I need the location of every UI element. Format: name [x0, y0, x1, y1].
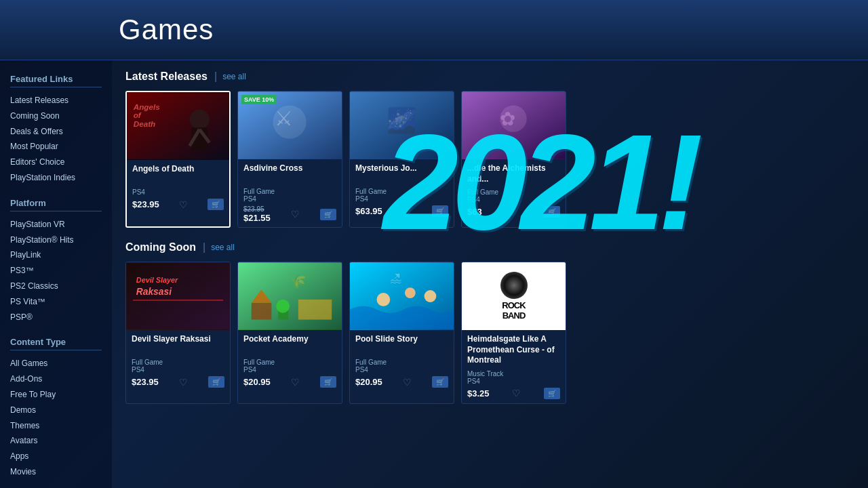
- section-divider-1: |: [214, 70, 217, 83]
- svg-point-28: [376, 293, 390, 306]
- sidebar-item-psvr[interactable]: PlayStation VR: [10, 217, 102, 232]
- svg-text:✿: ✿: [500, 108, 515, 129]
- section-divider-2: |: [203, 241, 205, 253]
- coming-soon-header: Coming Soon | see all: [125, 241, 854, 253]
- wishlist-icon-asdivine[interactable]: ♡: [291, 209, 300, 220]
- game-card-pocket-academy[interactable]: 🌾 Pocket Academy Full GamePS4 $20.95 ♡ 🛒: [237, 262, 342, 404]
- wishlist-icon-rock-band[interactable]: ♡: [512, 388, 521, 399]
- game-card-atelier[interactable]: ✿ ...die the Alchemists and... Full Game…: [461, 91, 566, 228]
- wishlist-icon-pocket-academy[interactable]: ♡: [291, 377, 300, 388]
- sidebar-item-editors-choice[interactable]: Editors' Choice: [10, 155, 102, 170]
- game-card-mysterious[interactable]: 🌌 Mysterious Jo... Full GamePS4 $63.95 ♡…: [349, 91, 454, 228]
- game-type-pocket-academy: Full GamePS4: [243, 359, 336, 373]
- game-price-angels: $23.95: [132, 199, 159, 209]
- game-image-asdivine: SAVE 10% ⚔: [238, 92, 342, 159]
- game-info-asdivine: Asdivine Cross Full Game PS4 $23.95 $21.…: [238, 159, 342, 227]
- sidebar-item-coming-soon[interactable]: Coming Soon: [10, 108, 102, 124]
- svg-text:of: of: [134, 110, 142, 119]
- cart-button-angels[interactable]: 🛒: [208, 199, 224, 210]
- svg-text:Angels: Angels: [133, 102, 160, 111]
- page-header: Games: [0, 0, 868, 60]
- game-image-mysterious: 🌌: [350, 92, 454, 159]
- cart-button-pocket-academy[interactable]: 🛒: [320, 376, 336, 388]
- game-title-devil-slayer: Devil Slayer Raksasi: [132, 334, 224, 354]
- price-row-pool-slide: $20.95 ♡ 🛒: [355, 376, 448, 388]
- game-title-rock-band: Heimdalsgate Like A Promethean Curse - o…: [467, 334, 560, 366]
- platform-section: Platform PlayStation VR PlayStation® Hit…: [10, 198, 102, 325]
- coming-soon-section: Coming Soon | see all: [125, 241, 854, 404]
- sidebar-item-ps3[interactable]: PS3™: [10, 263, 102, 279]
- wishlist-icon-angels[interactable]: ♡: [179, 199, 188, 210]
- price-group-asdivine: $23.95 $21.55: [243, 205, 271, 223]
- sidebar-item-ps-indies[interactable]: PlayStation Indies: [10, 170, 102, 186]
- price-row-mysterious: $63.95 ♡ 🛒: [355, 205, 448, 217]
- game-image-rock-band: ROCKBAND: [462, 262, 566, 330]
- svg-text:Devil Slayer: Devil Slayer: [136, 276, 178, 284]
- rock-band-logo: ROCKBAND: [500, 301, 528, 321]
- sidebar-item-all-games[interactable]: All Games: [10, 356, 102, 371]
- sidebar-item-addons[interactable]: Add-Ons: [10, 371, 102, 387]
- game-card-rock-band[interactable]: ROCKBAND Heimdalsgate Like A Promethean …: [461, 262, 566, 404]
- game-image-pocket-academy: 🌾: [238, 262, 342, 330]
- game-info-atelier: ...die the Alchemists and... Full GamePS…: [462, 159, 566, 222]
- game-title-atelier: ...die the Alchemists and...: [467, 163, 560, 184]
- game-image-atelier: ✿: [462, 92, 566, 159]
- svg-point-24: [276, 300, 290, 313]
- sidebar-item-psp[interactable]: PSP®: [10, 310, 102, 325]
- cart-button-devil-slayer[interactable]: 🛒: [208, 376, 224, 388]
- page-title: Games: [119, 14, 848, 46]
- sidebar-item-latest-releases[interactable]: Latest Releases: [10, 93, 102, 108]
- svg-text:🌾: 🌾: [290, 273, 307, 289]
- sidebar-item-ps-hits[interactable]: PlayStation® Hits: [10, 232, 102, 248]
- original-price-asdivine: $23.95: [243, 205, 268, 213]
- sidebar-item-avatars[interactable]: Avatars: [10, 433, 102, 449]
- game-card-pool-slide[interactable]: 🏖 Pool Slide Story Full GamePS4 $20.95 ♡…: [349, 262, 454, 404]
- sidebar-item-apps[interactable]: Apps: [10, 449, 102, 464]
- wishlist-icon-pool-slide[interactable]: ♡: [403, 377, 412, 388]
- sidebar-item-f2p[interactable]: Free To Play: [10, 387, 102, 403]
- cart-button-mysterious[interactable]: 🛒: [432, 205, 448, 217]
- wishlist-icon-devil-slayer[interactable]: ♡: [179, 377, 188, 388]
- svg-rect-19: [133, 300, 223, 301]
- game-card-asdivine[interactable]: SAVE 10% ⚔: [237, 91, 342, 228]
- sidebar-item-ps2[interactable]: PS2 Classics: [10, 279, 102, 294]
- sidebar-item-playlink[interactable]: PlayLink: [10, 247, 102, 263]
- featured-links-title: Featured Links: [10, 74, 102, 87]
- svg-point-29: [405, 287, 416, 298]
- game-price-pocket-academy: $20.95: [243, 377, 271, 387]
- game-info-angels: Angels of Death PS4 $23.95 ♡ 🛒: [127, 160, 229, 214]
- cart-button-pool-slide[interactable]: 🛒: [432, 376, 448, 388]
- cart-button-rock-band[interactable]: 🛒: [544, 388, 560, 399]
- game-title-mysterious: Mysterious Jo...: [355, 163, 448, 184]
- sidebar-item-demos[interactable]: Demos: [10, 403, 102, 418]
- cart-button-atelier[interactable]: 🛒: [544, 206, 560, 218]
- game-info-devil-slayer: Devil Slayer Raksasi Full GamePS4 $23.95…: [126, 330, 230, 392]
- price-row-pocket-academy: $20.95 ♡ 🛒: [243, 376, 336, 388]
- game-title-angels: Angels of Death: [132, 164, 224, 184]
- game-price-asdivine: $21.55: [243, 213, 271, 223]
- game-info-pocket-academy: Pocket Academy Full GamePS4 $20.95 ♡ 🛒: [238, 330, 342, 392]
- game-card-angels[interactable]: Angels of Death Angel: [125, 91, 231, 228]
- game-image-pool-slide: 🏖: [350, 262, 454, 330]
- coming-soon-see-all[interactable]: see all: [211, 243, 235, 252]
- latest-releases-title: Latest Releases: [125, 70, 208, 83]
- svg-text:🏖: 🏖: [390, 272, 402, 285]
- latest-releases-see-all[interactable]: see all: [222, 72, 246, 81]
- sidebar-item-themes[interactable]: Themes: [10, 418, 102, 434]
- sidebar-item-movies[interactable]: Movies: [10, 464, 102, 480]
- wishlist-icon-atelier[interactable]: ♡: [509, 207, 517, 218]
- wishlist-icon-mysterious[interactable]: ♡: [403, 206, 412, 217]
- svg-text:Death: Death: [134, 119, 155, 128]
- game-image-devil-slayer: Devil Slayer Raksasi: [126, 262, 230, 330]
- game-info-rock-band: Heimdalsgate Like A Promethean Curse - o…: [462, 330, 566, 403]
- sidebar-item-most-popular[interactable]: Most Popular: [10, 139, 102, 155]
- game-card-devil-slayer[interactable]: Devil Slayer Raksasi Devil Slayer Raksas…: [125, 262, 231, 404]
- svg-rect-25: [298, 300, 332, 320]
- sidebar-item-deals[interactable]: Deals & Offers: [10, 124, 102, 140]
- sidebar-item-psvita[interactable]: PS Vita™: [10, 294, 102, 310]
- svg-point-4: [190, 110, 210, 129]
- sidebar: Featured Links Latest Releases Coming So…: [0, 60, 112, 488]
- game-type-atelier: Full GamePS4: [467, 188, 560, 203]
- cart-button-asdivine[interactable]: 🛒: [320, 209, 336, 220]
- game-title-pocket-academy: Pocket Academy: [243, 334, 336, 354]
